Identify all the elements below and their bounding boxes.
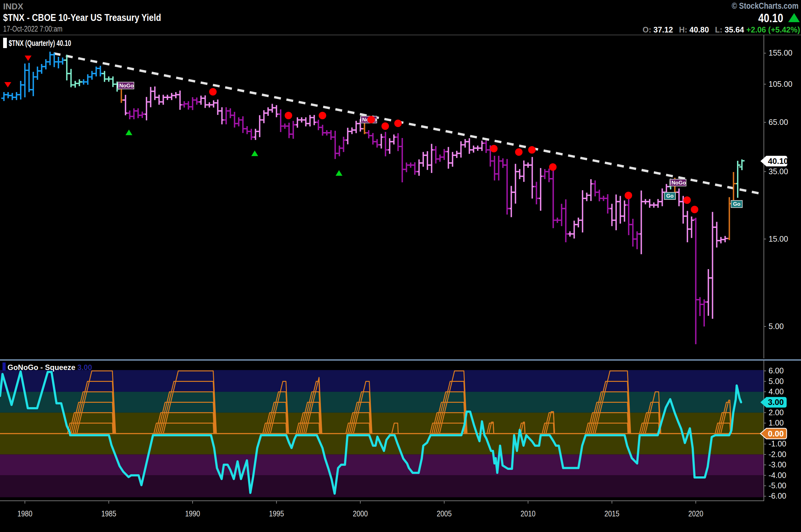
svg-text:15.00: 15.00	[768, 234, 788, 243]
svg-text:-2.00: -2.00	[768, 450, 786, 459]
svg-text:17-Oct-2022 7:00:am: 17-Oct-2022 7:00:am	[3, 24, 62, 33]
svg-text:1980: 1980	[18, 509, 33, 518]
svg-text:-6.00: -6.00	[768, 491, 786, 500]
svg-text:1.00: 1.00	[768, 418, 784, 427]
svg-text:5.00: 5.00	[768, 377, 784, 385]
svg-text:1985: 1985	[101, 509, 116, 518]
svg-text:1995: 1995	[269, 509, 284, 518]
svg-text:-1.00: -1.00	[768, 439, 786, 448]
svg-text:-5.00: -5.00	[768, 481, 786, 490]
svg-text:0.00: 0.00	[768, 429, 784, 438]
svg-text:INDX: INDX	[3, 2, 23, 11]
svg-text:3.00: 3.00	[768, 397, 784, 407]
svg-text:2.00: 2.00	[768, 408, 784, 417]
svg-text:Go: Go	[733, 201, 740, 207]
svg-text:O: 37.12 H: 40.80 L: 35.64 +: O: 37.12 H: 40.80 L: 35.64 +2.06 (+5.42%…	[643, 25, 800, 34]
svg-text:2010: 2010	[521, 509, 536, 518]
svg-text:2000: 2000	[353, 509, 368, 518]
svg-text:$TNX (Quarterly) 40.10: $TNX (Quarterly) 40.10	[9, 39, 71, 48]
svg-text:NoGo: NoGo	[119, 83, 134, 89]
svg-text:-4.00: -4.00	[768, 471, 786, 479]
svg-text:Go: Go	[666, 193, 674, 199]
svg-text:35.00: 35.00	[768, 167, 788, 176]
svg-text:$TNX - CBOE 10-Year US Treasur: $TNX - CBOE 10-Year US Treasury Yield	[3, 12, 161, 23]
svg-text:40.10: 40.10	[758, 12, 783, 25]
svg-text:155.00: 155.00	[768, 49, 792, 57]
svg-text:40.10: 40.10	[768, 156, 788, 166]
svg-text:2020: 2020	[688, 509, 703, 518]
svg-text:6.00: 6.00	[768, 366, 784, 375]
svg-text:GoNoGo - Squeeze 3.00: GoNoGo - Squeeze 3.00	[7, 363, 92, 372]
svg-text:105.00: 105.00	[768, 80, 792, 88]
svg-text:5.00: 5.00	[768, 322, 784, 330]
svg-text:4.00: 4.00	[768, 387, 784, 396]
svg-text:1990: 1990	[185, 509, 200, 518]
svg-text:NoGo: NoGo	[671, 180, 686, 186]
svg-text:65.00: 65.00	[768, 118, 788, 127]
svg-text:2005: 2005	[437, 509, 452, 518]
svg-text:2015: 2015	[604, 509, 619, 518]
svg-text:© StockCharts.com: © StockCharts.com	[732, 1, 799, 11]
svg-text:-3.00: -3.00	[768, 460, 786, 469]
